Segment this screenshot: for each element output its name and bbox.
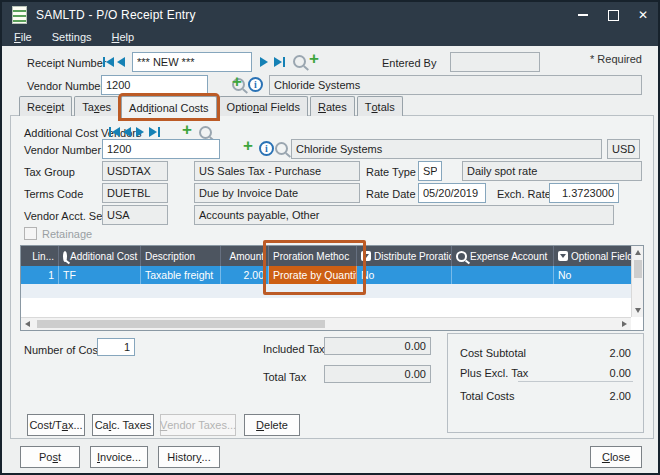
acv-first-button[interactable] bbox=[109, 127, 120, 137]
total-costs-value: 2.00 bbox=[610, 386, 631, 405]
rate-type-label: Rate Type bbox=[366, 162, 416, 181]
panel-vendor-number-input[interactable] bbox=[102, 139, 220, 159]
receipt-number-input[interactable] bbox=[132, 52, 252, 72]
tab-rates[interactable]: Rates bbox=[310, 96, 355, 116]
acv-finder-icon[interactable] bbox=[199, 126, 212, 139]
close-button[interactable]: Close bbox=[590, 446, 642, 468]
col-header-proration-method[interactable]: Proration Methoc bbox=[269, 246, 357, 266]
vendor-acct-set-label: Vendor Acct. Set bbox=[24, 206, 105, 225]
col-header-line[interactable]: Lin... bbox=[21, 246, 59, 266]
scroll-down-icon[interactable] bbox=[635, 308, 641, 313]
required-note: * Required bbox=[590, 49, 642, 68]
cost-subtotal-value: 2.00 bbox=[610, 343, 631, 362]
new-receipt-icon[interactable]: + bbox=[309, 51, 319, 67]
rate-date-label: Rate Date bbox=[366, 184, 416, 203]
maximize-button[interactable] bbox=[598, 2, 628, 28]
window-title: SAMLTD - P/O Receipt Entry bbox=[36, 8, 196, 22]
exch-rate-label: Exch. Rate bbox=[497, 184, 551, 203]
tab-strip: Receipt Taxes Additional Costs Optional … bbox=[19, 96, 403, 118]
tax-group-label: Tax Group bbox=[24, 162, 75, 181]
new-vendor-icon[interactable]: + bbox=[232, 74, 242, 90]
totals-box: Cost Subtotal 2.00 Plus Excl. Tax 0.00 T… bbox=[447, 333, 644, 433]
cell-optional-fields[interactable]: No bbox=[554, 266, 631, 284]
previous-record-button[interactable] bbox=[117, 57, 125, 67]
tab-receipt[interactable]: Receipt bbox=[19, 96, 72, 116]
number-of-costs-label: Number of Costs bbox=[24, 340, 107, 359]
cell-amount[interactable]: 2.00 bbox=[221, 266, 269, 284]
grid-empty-row[interactable] bbox=[21, 284, 643, 298]
delete-button[interactable]: Delete bbox=[244, 414, 300, 436]
exch-rate-input[interactable] bbox=[549, 183, 619, 203]
grid-vertical-scrollbar[interactable] bbox=[631, 246, 643, 317]
totals-divider bbox=[518, 381, 633, 382]
panel-vendor-number-label: Vendor Number bbox=[24, 140, 101, 159]
grid-row-selected[interactable]: 1 TF Taxable freight 2.00 Prorate by Qua… bbox=[21, 266, 643, 284]
col-header-amount[interactable]: Amount bbox=[221, 246, 269, 266]
tax-group-field: USDTAX bbox=[102, 161, 168, 181]
tab-additional-costs[interactable]: Additional Costs bbox=[121, 96, 217, 118]
cell-description[interactable]: Taxable freight bbox=[141, 266, 221, 284]
grid-horizontal-scrollbar[interactable] bbox=[21, 317, 631, 330]
panel-new-vendor-icon[interactable]: + bbox=[243, 138, 253, 154]
search-icon bbox=[63, 251, 67, 262]
terms-code-label: Terms Code bbox=[24, 184, 83, 203]
rate-date-input[interactable] bbox=[418, 183, 486, 203]
close-window-button[interactable]: ✕ bbox=[628, 2, 658, 28]
terms-code-desc-field: Due by Invoice Date bbox=[194, 183, 360, 203]
menu-file[interactable]: File bbox=[14, 31, 32, 43]
cell-distribute-proration[interactable]: No bbox=[357, 266, 452, 284]
acv-last-button[interactable] bbox=[149, 127, 160, 137]
col-header-distribute-proration[interactable]: Distribute Proration bbox=[357, 246, 452, 266]
scroll-right-icon[interactable] bbox=[622, 321, 627, 327]
number-of-costs-input[interactable] bbox=[97, 338, 135, 356]
drilldown-icon bbox=[558, 251, 568, 261]
first-record-button[interactable] bbox=[103, 57, 114, 67]
cell-expense-account[interactable] bbox=[452, 266, 554, 284]
vertical-scroll-thumb[interactable] bbox=[634, 260, 642, 278]
entered-by-label: Entered By bbox=[382, 53, 436, 72]
cell-additional-cost[interactable]: TF bbox=[59, 266, 141, 284]
cell-proration-method[interactable]: Prorate by Quantity bbox=[269, 266, 357, 284]
invoice-button[interactable]: Invoice... bbox=[90, 446, 148, 468]
terms-code-field: DUETBL bbox=[102, 183, 168, 203]
col-header-additional-cost[interactable]: Additional Cost bbox=[59, 246, 141, 266]
last-record-button[interactable] bbox=[274, 57, 285, 67]
acv-previous-button[interactable] bbox=[123, 127, 131, 137]
post-button[interactable]: Post bbox=[20, 446, 80, 468]
menu-settings[interactable]: Settings bbox=[52, 31, 92, 43]
menu-help[interactable]: Help bbox=[112, 31, 135, 43]
entered-by-field bbox=[450, 52, 540, 72]
vendor-taxes-button[interactable]: Vendor Taxes... bbox=[160, 414, 236, 436]
col-header-description[interactable]: Description bbox=[141, 246, 221, 266]
horizontal-scroll-thumb[interactable] bbox=[37, 320, 325, 328]
acv-next-button[interactable] bbox=[136, 127, 144, 137]
total-tax-field: 0.00 bbox=[324, 365, 431, 383]
history-button[interactable]: History... bbox=[158, 446, 220, 468]
panel-vendor-finder-icon[interactable] bbox=[275, 142, 288, 155]
total-costs-label: Total Costs bbox=[460, 386, 514, 405]
minimize-button[interactable] bbox=[568, 2, 598, 28]
vendor-number-input[interactable] bbox=[101, 75, 208, 95]
tab-totals[interactable]: Totals bbox=[357, 96, 403, 116]
app-icon bbox=[12, 6, 27, 24]
receipt-finder-icon[interactable] bbox=[293, 55, 306, 68]
next-record-button[interactable] bbox=[260, 57, 268, 67]
total-tax-label: Total Tax bbox=[263, 367, 306, 386]
menu-bar: File Settings Help bbox=[2, 28, 658, 46]
scroll-left-icon[interactable] bbox=[25, 321, 30, 327]
cost-tax-button[interactable]: Cost/Tax... bbox=[27, 414, 85, 436]
tab-optional-fields[interactable]: Optional Fields bbox=[219, 96, 308, 116]
panel-vendor-info-icon[interactable]: i bbox=[259, 141, 274, 156]
col-header-expense-account[interactable]: Expense Account bbox=[452, 246, 554, 266]
search-icon bbox=[456, 251, 467, 262]
tab-taxes[interactable]: Taxes bbox=[74, 96, 119, 116]
vendor-info-icon[interactable]: i bbox=[248, 77, 263, 92]
acv-new-icon[interactable]: + bbox=[182, 122, 192, 138]
tax-group-desc-field: US Sales Tax - Purchase bbox=[194, 161, 360, 181]
scroll-up-icon[interactable] bbox=[635, 250, 641, 255]
calc-taxes-button[interactable]: Calc. Taxes bbox=[92, 414, 154, 436]
retainage-checkbox[interactable] bbox=[24, 227, 37, 240]
cell-line[interactable]: 1 bbox=[21, 266, 59, 284]
rate-type-input[interactable] bbox=[418, 161, 442, 181]
col-header-optional-fields[interactable]: Optional Fields bbox=[554, 246, 631, 266]
